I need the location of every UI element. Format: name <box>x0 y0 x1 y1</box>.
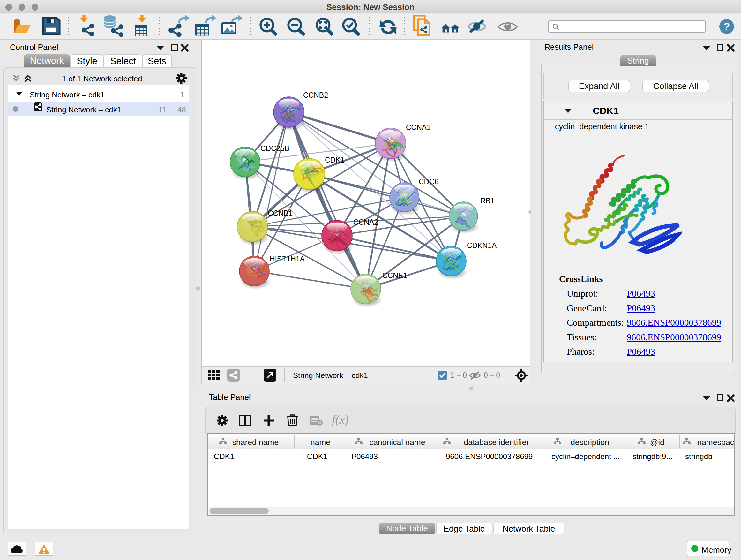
svg-text:HIST1H1A: HIST1H1A <box>270 255 305 263</box>
svg-text:CCNB1: CCNB1 <box>268 209 293 217</box>
svg-text:CCNB2: CCNB2 <box>303 91 328 99</box>
svg-text:RB1: RB1 <box>480 197 495 205</box>
svg-text:CDC25B: CDC25B <box>260 144 289 152</box>
svg-text:CDC6: CDC6 <box>419 178 439 186</box>
svg-text:CDKN1A: CDKN1A <box>467 241 497 250</box>
svg-text:CCNA2: CCNA2 <box>353 218 378 226</box>
svg-text:CCNA1: CCNA1 <box>406 123 431 132</box>
svg-text:CCNE1: CCNE1 <box>382 271 407 280</box>
svg-text:CDK1: CDK1 <box>325 156 344 164</box>
